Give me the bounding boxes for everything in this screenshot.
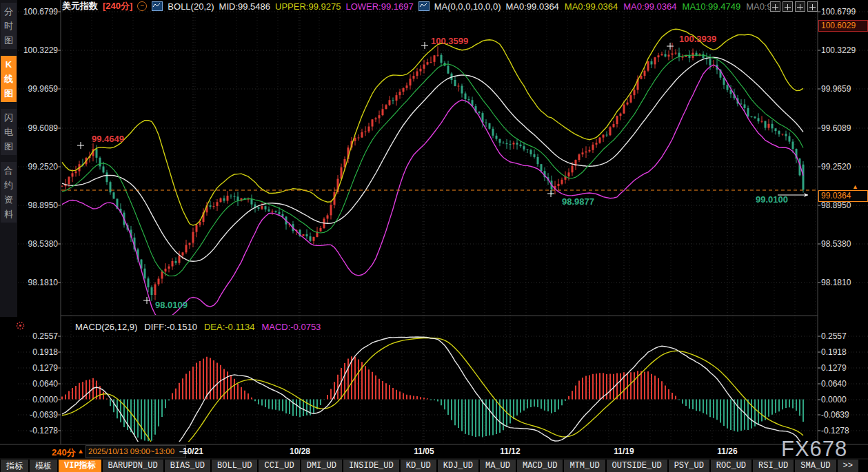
macd-diff-value: DIFF:-0.1510 <box>144 322 197 332</box>
sidebar-tab-char: 合 <box>1 163 17 178</box>
boll-lower-value: LOWER:99.1697 <box>345 1 413 12</box>
sidebar-tab-char: 料 <box>1 207 17 221</box>
date-range-text: 2025/10/13 09:00~13:00 <box>88 447 174 455</box>
ma-label: MA(0,0,0,10,0,0) <box>434 1 501 12</box>
toolbar-tab-kd_ud[interactable]: KD_UD <box>401 460 436 472</box>
toolbar-tab-[interactable]: 模板 <box>30 460 57 472</box>
sidebar-tab-char: 线 <box>1 72 17 86</box>
sidebar-tab-char: 图 <box>1 33 17 48</box>
timeframe-label[interactable]: [240分] <box>103 0 132 12</box>
chart-tool-buttons <box>770 1 818 12</box>
indicator-toolbar: 指标模板VIP指标BARUPDN_UDBIAS_UDBOLL_UDCCI_UDD… <box>0 460 868 472</box>
sidebar-tab-2[interactable]: K线图 <box>1 56 17 102</box>
boll-label: BOLL(20,2) <box>168 1 214 12</box>
sidebar-tab-char: 闪 <box>1 110 17 125</box>
ma-values: MA0:99.0364MA0:99.0364MA0:99.0364MA10:99… <box>506 1 772 12</box>
date-label: 11/26 <box>717 447 737 456</box>
sidebar-tab-3[interactable]: 闪电图 <box>1 109 17 155</box>
boll-mid-value: MID:99.5486 <box>219 1 270 12</box>
sidebar-tab-char: 电 <box>1 125 17 139</box>
ma-value: MA0:99.0364 <box>623 1 676 12</box>
price-annotation: 100.3939 <box>679 34 716 44</box>
boll-upper-value: UPPER:99.9275 <box>275 1 341 12</box>
sidebar-tab-char: 图 <box>1 139 17 154</box>
sidebar-tab-4[interactable]: 合约资料 <box>1 162 17 223</box>
toolbar-tab-roc_ud[interactable]: ROC_UD <box>711 460 751 472</box>
pane-chart-icon[interactable] <box>795 1 805 12</box>
toolbar-tab-cci_ud[interactable]: CCI_UD <box>259 460 299 472</box>
session-high-box: 100.6029 <box>818 20 868 32</box>
ma-chart-icon[interactable] <box>418 1 430 11</box>
price-up-arrow-icon: ▲ <box>852 183 858 190</box>
sidebar-tab-char: 约 <box>1 178 17 192</box>
toolbar-tab-psy_ud[interactable]: PSY_UD <box>669 460 709 472</box>
ma-value: MA0:99.0364 <box>506 1 559 12</box>
toolbar-tab-barupdn_ud[interactable]: BARUPDN_UD <box>103 460 163 472</box>
price-annotation: 100.3599 <box>431 36 468 46</box>
timeframe-up-arrow-icon[interactable]: ▲ <box>77 447 84 455</box>
price-annotation: 99.0100 <box>756 194 788 205</box>
toolbar-tab-macd_ud[interactable]: MACD_UD <box>517 460 563 472</box>
ma-value: MA0:99.0364 <box>565 1 618 12</box>
sidebar-tab-char: 时 <box>1 19 17 33</box>
toolbar-tab-kdj_ud[interactable]: KDJ_UD <box>438 460 478 472</box>
date-label: 10/21 <box>183 447 203 456</box>
price-annotation: 99.4649 <box>92 134 124 144</box>
macd-settings-icon[interactable] <box>15 320 26 333</box>
toolbar-tab-ma_ud[interactable]: MA_UD <box>480 460 516 472</box>
next-pane-icon[interactable] <box>807 1 818 12</box>
toolbar-tab-vip[interactable]: VIP指标 <box>59 460 101 472</box>
sidebar-tab-1[interactable]: 分时图 <box>1 3 17 49</box>
toolbar-tab-mtm_ud[interactable]: MTM_UD <box>564 460 605 472</box>
date-range-box[interactable]: 2025/10/13 09:00~13:00 — <box>85 445 186 458</box>
app-root: 分时图K线图闪电图合约资料 美元指数 [240分] − BOLL(20,2) M… <box>0 0 868 472</box>
sidebar-tab-char: 资 <box>1 192 17 207</box>
toolbar-tab-outside_ud[interactable]: OUTSIDE_UD <box>607 460 667 472</box>
left-tab-sidebar: 分时图K线图闪电图合约资料 <box>0 0 17 317</box>
toolbar-tab-bias_ud[interactable]: BIAS_UD <box>165 460 210 472</box>
zoom-axis-icon[interactable] <box>783 1 793 12</box>
chart-canvas[interactable] <box>0 0 868 472</box>
date-label: 11/05 <box>414 447 434 456</box>
indicator-header: 美元指数 [240分] − BOLL(20,2) MID:99.5486 UPP… <box>62 1 772 12</box>
ma-value: MA0:9 <box>746 1 772 12</box>
price-annotation: 98.0109 <box>155 300 188 310</box>
macd-header: MACD(26,12,9) DIFF:-0.1510 DEA:-0.1134 M… <box>15 320 321 333</box>
price-annotation: 98.9877 <box>562 196 594 207</box>
date-label: 10/28 <box>290 447 310 456</box>
ma-value: MA10:99.4749 <box>683 1 741 12</box>
macd-label: MACD(26,12,9) <box>75 322 137 332</box>
collapse-circle-icon[interactable]: − <box>137 1 147 11</box>
date-axis: 240分 ▲ 2025/10/13 09:00~13:00 — 10/2110/… <box>0 444 868 459</box>
toolbar-tab-[interactable]: 指标 <box>1 460 28 472</box>
boll-chart-icon[interactable] <box>152 1 163 11</box>
symbol-name: 美元指数 <box>62 0 98 12</box>
bottom-timeframe-label[interactable]: 240分 <box>52 447 76 459</box>
toolbar-tab-dmi_ud[interactable]: DMI_UD <box>301 460 342 472</box>
toolbar-tab-boll_ud[interactable]: BOLL_UD <box>212 460 257 472</box>
macd-dea-value: DEA:-0.1134 <box>204 322 254 332</box>
sidebar-tab-char: K <box>1 57 17 72</box>
last-price-box: 99.0364 <box>818 190 868 202</box>
sidebar-tab-char: 分 <box>1 4 17 19</box>
date-label: 11/19 <box>614 447 634 456</box>
toolbar-tab-inside_ud[interactable]: INSIDE_UD <box>343 460 399 472</box>
move-icon[interactable] <box>770 1 780 12</box>
sidebar-tab-char: 图 <box>1 86 17 101</box>
date-label: 11/12 <box>500 447 520 456</box>
fx678-watermark: FX678 <box>781 437 847 462</box>
macd-macd-value: MACD:-0.0753 <box>261 322 321 332</box>
